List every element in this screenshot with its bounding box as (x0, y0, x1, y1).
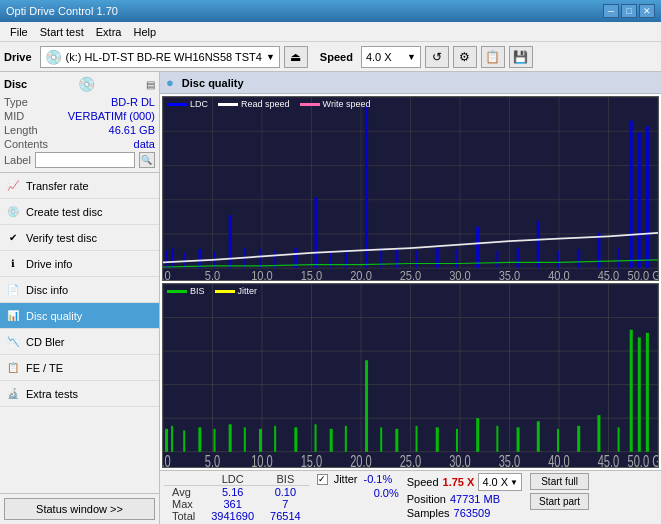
stats-table: LDC BIS Avg 5.16 0.10 Max 361 7 Total 39… (164, 473, 309, 522)
disc-mid-row: MID VERBATIMf (000) (4, 110, 155, 122)
speed-selector[interactable]: 4.0 X ▼ (361, 46, 421, 68)
sidebar-item-verify-test-disc[interactable]: ✔ Verify test disc (0, 225, 159, 251)
svg-text:5.0: 5.0 (205, 268, 221, 280)
jitter-label: Jitter (334, 473, 358, 485)
bottom-chart: BIS Jitter (162, 283, 659, 468)
extra-tests-icon: 🔬 (6, 387, 20, 401)
sidebar-item-create-test-disc[interactable]: 💿 Create test disc (0, 199, 159, 225)
verify-test-disc-icon: ✔ (6, 231, 20, 245)
svg-rect-41 (171, 248, 174, 268)
create-test-disc-icon: 💿 (6, 205, 20, 219)
titlebar: Opti Drive Control 1.70 ─ □ ✕ (0, 0, 661, 22)
extra-tests-label: Extra tests (26, 388, 78, 400)
disc-info-icon: 📄 (6, 283, 20, 297)
jitter-row: ✓ Jitter -0.1% (317, 473, 399, 485)
sidebar-item-disc-info[interactable]: 📄 Disc info (0, 277, 159, 303)
avg-bis: 0.10 (262, 486, 309, 499)
sidebar-item-fe-te[interactable]: 📋 FE / TE (0, 355, 159, 381)
status-window-button[interactable]: Status window >> (4, 498, 155, 520)
position-label: Position (407, 493, 446, 505)
svg-rect-115 (229, 424, 232, 451)
status-bar-container: Status window >> (0, 493, 159, 524)
total-label: Total (164, 510, 203, 522)
transfer-rate-label: Transfer rate (26, 180, 89, 192)
close-button[interactable]: ✕ (639, 4, 655, 18)
svg-rect-60 (496, 250, 498, 268)
svg-text:30.0: 30.0 (449, 452, 471, 467)
speed-dropdown-value: 4.0 X (482, 476, 508, 488)
max-jitter-row: 0.0% (317, 487, 399, 499)
svg-rect-128 (456, 429, 458, 452)
maximize-button[interactable]: □ (621, 4, 637, 18)
fe-te-icon: 📋 (6, 361, 20, 375)
svg-rect-119 (294, 427, 297, 451)
position-row: Position 47731 MB (407, 493, 522, 505)
sidebar-item-cd-bler[interactable]: 📉 CD Bler (0, 329, 159, 355)
samples-value: 763509 (454, 507, 491, 519)
disc-label-row: Label 🔍 (4, 152, 155, 168)
start-full-button[interactable]: Start full (530, 473, 589, 490)
svg-rect-40 (165, 250, 168, 268)
jitter-checkbox[interactable]: ✓ (317, 474, 328, 485)
right-stats: ✓ Jitter -0.1% 0.0% (317, 473, 399, 499)
settings-button[interactable]: ⚙ (453, 46, 477, 68)
svg-text:45.0: 45.0 (598, 268, 620, 280)
label-edit-button[interactable]: 🔍 (139, 152, 155, 168)
start-part-button[interactable]: Start part (530, 493, 589, 510)
avg-ldc: 5.16 (203, 486, 262, 499)
disc-header: Disc 💿 ▤ (4, 76, 155, 92)
menu-help[interactable]: Help (127, 24, 162, 40)
svg-rect-114 (214, 429, 216, 452)
svg-rect-132 (537, 421, 540, 452)
legend-write-speed: Write speed (300, 99, 371, 109)
svg-rect-138 (638, 337, 641, 451)
refresh-button[interactable]: ↺ (425, 46, 449, 68)
disc-panel: Disc 💿 ▤ Type BD-R DL MID VERBATIMf (000… (0, 72, 159, 173)
disc-icon: 💿 (78, 76, 95, 92)
label-label: Label (4, 154, 31, 166)
sidebar-item-transfer-rate[interactable]: 📈 Transfer rate (0, 173, 159, 199)
sidebar-item-drive-info[interactable]: ℹ Drive info (0, 251, 159, 277)
svg-rect-112 (183, 430, 185, 451)
toolbar: Drive 💿 (k:) HL-DT-ST BD-RE WH16NS58 TST… (0, 42, 661, 72)
svg-rect-122 (345, 426, 347, 452)
bottom-chart-svg: 1 2 4 6 8 10 2% 4% 6% 8% 10% 0.0 5.0 10.… (163, 284, 658, 467)
menu-file[interactable]: File (4, 24, 34, 40)
save-button[interactable]: 💾 (509, 46, 533, 68)
svg-text:45.0: 45.0 (598, 452, 620, 467)
menu-start-test[interactable]: Start test (34, 24, 90, 40)
svg-rect-124 (380, 427, 382, 451)
drive-selector[interactable]: 💿 (k:) HL-DT-ST BD-RE WH16NS58 TST4 ▼ (40, 46, 280, 68)
svg-rect-127 (436, 427, 439, 451)
nav-items: 📈 Transfer rate 💿 Create test disc ✔ Ver… (0, 173, 159, 493)
svg-text:25.0: 25.0 (400, 452, 422, 467)
svg-rect-139 (646, 333, 649, 452)
minimize-button[interactable]: ─ (603, 4, 619, 18)
label-input[interactable] (35, 152, 135, 168)
chart-header-icon: ● (166, 75, 174, 90)
type-label: Type (4, 96, 28, 108)
sidebar-item-disc-quality[interactable]: 📊 Disc quality (0, 303, 159, 329)
legend-jitter: Jitter (215, 286, 258, 296)
eject-button[interactable]: ⏏ (284, 46, 308, 68)
legend-bis-label: BIS (190, 286, 205, 296)
content-area: ● Disc quality LDC Read speed (160, 72, 661, 524)
legend-jitter-label: Jitter (238, 286, 258, 296)
type-value: BD-R DL (111, 96, 155, 108)
disc-contents-row: Contents data (4, 138, 155, 150)
menu-extra[interactable]: Extra (90, 24, 128, 40)
svg-rect-135 (597, 415, 600, 452)
drive-info-icon: ℹ (6, 257, 20, 271)
svg-text:10.0: 10.0 (251, 452, 273, 467)
copy-button[interactable]: 📋 (481, 46, 505, 68)
max-ldc: 361 (203, 498, 262, 510)
position-value: 47731 MB (450, 493, 500, 505)
sidebar-item-extra-tests[interactable]: 🔬 Extra tests (0, 381, 159, 407)
stats-area: LDC BIS Avg 5.16 0.10 Max 361 7 Total 39… (160, 470, 661, 524)
svg-rect-61 (517, 248, 520, 268)
verify-test-disc-label: Verify test disc (26, 232, 97, 244)
speed-dropdown-selector[interactable]: 4.0 X ▼ (478, 473, 522, 491)
contents-label: Contents (4, 138, 48, 150)
col-bis: BIS (262, 473, 309, 486)
svg-rect-54 (380, 248, 382, 268)
